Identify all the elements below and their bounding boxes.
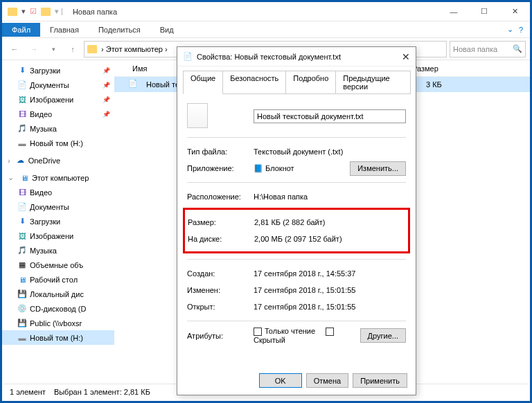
status-selected: Выбран 1 элемент: 2,81 КБ [54, 388, 150, 396]
download-icon: ⬇ [17, 217, 27, 226]
other-button[interactable]: Другие... [360, 328, 406, 343]
dialog-title: Свойства: Новый текстовый документ.txt [197, 53, 341, 61]
minimize-button[interactable]: — [438, 2, 469, 21]
sidebar-item-onedrive[interactable]: ›☁OneDrive [2, 153, 114, 168]
sidebar-item-newvol[interactable]: ▬Новый том (H:) [2, 136, 114, 150]
sidebar-item-documents2[interactable]: 📄Документы [2, 199, 114, 214]
tab-details[interactable]: Подробно [285, 71, 336, 94]
window-title: Новая папка [69, 8, 117, 16]
maximize-button[interactable]: ☐ [469, 2, 499, 21]
breadcrumb[interactable]: › Этот компьютер › [101, 45, 168, 53]
network-drive-icon: 💾 [17, 319, 27, 328]
sidebar-item-localdisk[interactable]: 💾Локальный дис [2, 287, 114, 301]
textfile-icon: 📄 [128, 79, 139, 90]
size-label: Размер: [188, 218, 254, 226]
drive-icon: ▬ [17, 333, 27, 343]
app-label: Приложение: [187, 164, 254, 172]
ribbon-expand-icon[interactable]: ⌄ [507, 25, 513, 34]
type-label: Тип файла: [187, 147, 254, 156]
readonly-checkbox[interactable] [254, 328, 262, 336]
sidebar-item-pictures2[interactable]: 🖼Изображени [2, 229, 114, 243]
document-icon: 📄 [17, 202, 27, 212]
help-icon[interactable]: ? [519, 26, 523, 34]
pin-icon: 📌 [103, 111, 110, 118]
size-value: 2,81 КБ (2 882 байт) [254, 218, 405, 226]
sidebar-item-thispc[interactable]: ⌄🖥Этот компьютер [2, 170, 114, 185]
tab-view[interactable]: Вид [150, 23, 184, 37]
sidebar-item-newvol2[interactable]: ▬Новый том (H:) [2, 330, 114, 345]
up-button[interactable]: ↑ [64, 41, 81, 57]
3d-icon: ▦ [17, 260, 27, 270]
change-button[interactable]: Изменить... [350, 161, 406, 176]
notepad-icon: 📘 [254, 164, 263, 172]
sidebar-item-desktop[interactable]: 🖥Рабочий стол [2, 272, 114, 287]
sidebar-item-music[interactable]: 🎵Музыка [2, 121, 114, 136]
music-icon: 🎵 [17, 246, 27, 256]
file-type-icon [187, 103, 208, 128]
ok-button[interactable]: OK [259, 373, 302, 388]
sidebar-item-cddrive[interactable]: 💿CD-дисковод (D [2, 301, 114, 316]
checkbox-icon[interactable]: ☑ [30, 7, 37, 16]
location-label: Расположение: [187, 192, 254, 201]
ribbon: Файл Главная Поделиться Вид ⌄ ? [2, 21, 530, 38]
apply-button[interactable]: Применить [353, 373, 407, 388]
close-button[interactable]: ✕ [499, 2, 530, 21]
back-button[interactable]: ← [6, 41, 23, 57]
titlebar: ▾ ☑ ▾ | Новая папка — ☐ ✕ [2, 2, 530, 21]
pin-icon: 📌 [103, 67, 110, 74]
attr-label: Атрибуты: [187, 332, 254, 340]
sidebar-item-pictures[interactable]: 🖼Изображени📌 [2, 92, 114, 107]
search-input[interactable]: Новая папка 🔍 [450, 41, 526, 57]
down-icon[interactable]: ▾ [21, 7, 26, 16]
forward-button[interactable]: → [26, 41, 42, 57]
qat-sep: ▾ | [55, 7, 63, 16]
search-icon: 🔍 [513, 44, 522, 53]
pictures-icon: 🖼 [17, 231, 27, 241]
sidebar-item-music2[interactable]: 🎵Музыка [2, 243, 114, 258]
tab-security[interactable]: Безопасность [222, 71, 286, 94]
opened-label: Открыт: [187, 303, 254, 311]
sidebar: ⬇Загрузки📌 📄Документы📌 🖼Изображени📌 🎞Вид… [2, 60, 114, 379]
pc-icon: 🖥 [19, 173, 29, 183]
dialog-tabs: Общие Безопасность Подробно Предыдущие в… [177, 66, 416, 94]
tab-previous[interactable]: Предыдущие версии [335, 71, 411, 94]
tab-share[interactable]: Поделиться [89, 23, 150, 37]
sidebar-item-documents[interactable]: 📄Документы📌 [2, 78, 114, 92]
tab-general[interactable]: Общие [183, 71, 223, 94]
disk-value: 2,00 МБ (2 097 152 байт) [254, 235, 405, 243]
sidebar-item-public[interactable]: 💾Public (\\vboxsr [2, 316, 114, 330]
drive-icon: 💾 [17, 289, 27, 299]
folder-icon [87, 45, 97, 53]
sidebar-item-downloads2[interactable]: ⬇Загрузки [2, 214, 114, 229]
cancel-button[interactable]: Отмена [306, 373, 348, 388]
music-icon: 🎵 [17, 124, 27, 134]
sidebar-item-videos[interactable]: 🎞Видео📌 [2, 107, 114, 121]
properties-dialog: 📄 Свойства: Новый текстовый документ.txt… [177, 46, 416, 395]
video-icon: 🎞 [17, 109, 27, 119]
desktop-icon: 🖥 [17, 275, 27, 285]
sidebar-item-volumes[interactable]: ▦Объемные объ [2, 258, 114, 272]
sidebar-item-videos2[interactable]: 🎞Видео [2, 185, 114, 199]
status-count: 1 элемент [10, 388, 46, 396]
dialog-titlebar[interactable]: 📄 Свойства: Новый текстовый документ.txt… [177, 47, 416, 66]
filename-input[interactable] [254, 109, 406, 123]
onedrive-icon: ☁ [16, 156, 26, 165]
folder-icon [8, 8, 17, 16]
created-value: 17 сентября 2018 г., 14:55:37 [254, 269, 406, 278]
pictures-icon: 🖼 [17, 95, 27, 105]
folder-icon [41, 8, 51, 16]
tab-file[interactable]: Файл [2, 23, 40, 37]
recent-button[interactable]: ▾ [45, 41, 62, 57]
pin-icon: 📌 [103, 82, 110, 89]
download-icon: ⬇ [17, 66, 27, 75]
close-icon[interactable]: ✕ [402, 51, 410, 62]
highlight-box: Размер:2,81 КБ (2 882 байт) На диске:2,0… [183, 208, 410, 253]
tab-home[interactable]: Главная [40, 23, 89, 37]
column-size[interactable]: Размер [412, 64, 468, 73]
hidden-checkbox[interactable] [326, 328, 334, 336]
type-value: Текстовый документ (.txt) [254, 147, 406, 156]
sidebar-item-downloads[interactable]: ⬇Загрузки📌 [2, 63, 114, 78]
dialog-icon: 📄 [183, 52, 193, 61]
location-value: H:\Новая папка [254, 192, 406, 201]
pin-icon: 📌 [103, 96, 110, 103]
